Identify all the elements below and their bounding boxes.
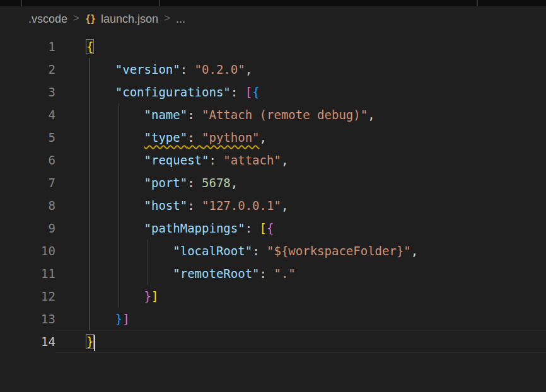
code-token	[86, 289, 144, 303]
code-token: ,	[260, 130, 267, 144]
line-number[interactable]: 8	[0, 194, 55, 217]
code-line-content[interactable]: "host": "127.0.0.1",	[55, 194, 546, 217]
code-token: :	[187, 130, 202, 144]
line-number[interactable]: 14	[0, 330, 55, 353]
code-lines: 1{2 "version": "0.2.0",3 "configurations…	[0, 35, 546, 353]
code-token	[86, 108, 144, 122]
code-line: 10 "localRoot": "${workspaceFolder}",	[0, 239, 546, 262]
code-line-content[interactable]: "remoteRoot": "."	[55, 262, 546, 285]
indent-guide	[89, 103, 90, 126]
code-line-content[interactable]: "pathMappings": [{	[55, 217, 546, 239]
code-line-content[interactable]: "version": "0.2.0",	[55, 58, 546, 81]
code-token: "."	[274, 267, 295, 280]
code-token	[86, 244, 173, 258]
code-line-content[interactable]: }]	[55, 308, 546, 330]
code-token	[86, 130, 144, 144]
code-token: "configurations"	[115, 85, 231, 99]
indent-guide	[89, 194, 90, 217]
indent-guide	[118, 149, 119, 171]
line-number[interactable]: 6	[0, 149, 55, 171]
code-token	[86, 85, 115, 99]
code-line-content[interactable]: "port": 5678,	[55, 171, 546, 194]
code-token: :	[187, 176, 202, 190]
code-token: :	[209, 153, 223, 167]
code-line-content[interactable]: }	[55, 330, 546, 353]
code-token: }	[115, 312, 122, 326]
line-number[interactable]: 9	[0, 217, 55, 239]
code-token: "localRoot"	[173, 244, 252, 258]
code-token: :	[187, 108, 202, 122]
code-editor[interactable]: 1{2 "version": "0.2.0",3 "configurations…	[0, 32, 546, 392]
tab-separator	[477, 0, 478, 6]
code-token: :	[245, 221, 260, 235]
code-line: 5 "type": "python",	[0, 126, 546, 149]
code-token	[86, 153, 144, 167]
indent-guide	[89, 149, 90, 171]
code-token: "name"	[144, 108, 188, 122]
code-token: [	[245, 85, 252, 99]
code-line-content[interactable]: "name": "Attach (remote debug)",	[55, 103, 546, 126]
breadcrumb-item-symbol[interactable]: ...	[176, 13, 185, 26]
indent-guide	[118, 285, 119, 308]
text-cursor	[94, 335, 95, 351]
code-token	[86, 267, 173, 280]
line-number[interactable]: 4	[0, 103, 55, 126]
indent-guide	[118, 171, 119, 194]
code-token: ]	[122, 312, 129, 326]
code-line: 9 "pathMappings": [{	[0, 217, 546, 239]
indent-guide	[89, 239, 90, 262]
code-token: ,	[368, 108, 375, 122]
code-token: }	[144, 289, 151, 303]
code-line-content[interactable]: "type": "python",	[55, 126, 546, 149]
code-line-content[interactable]: "request": "attach",	[55, 149, 546, 171]
code-line: 7 "port": 5678,	[0, 171, 546, 194]
breadcrumb-item-folder[interactable]: .vscode	[28, 13, 67, 26]
line-number[interactable]: 10	[0, 239, 55, 262]
line-number[interactable]: 11	[0, 262, 55, 285]
indent-guide	[147, 239, 148, 262]
code-token: "remoteRoot"	[173, 267, 259, 280]
line-number[interactable]: 7	[0, 171, 55, 194]
indent-guide	[89, 81, 90, 103]
indent-guide	[118, 126, 119, 149]
code-line: 1{	[0, 35, 546, 58]
close-brace: }	[86, 335, 93, 349]
code-token: ]	[151, 289, 158, 303]
tab-separator	[21, 0, 22, 6]
line-number[interactable]: 3	[0, 81, 55, 103]
code-token: "port"	[144, 176, 188, 190]
code-token: ,	[281, 153, 288, 167]
code-token	[86, 62, 115, 76]
indent-guide	[147, 262, 148, 285]
indent-guide	[118, 239, 119, 262]
code-token	[86, 199, 144, 212]
code-line: 6 "request": "attach",	[0, 149, 546, 171]
code-token: :	[231, 85, 245, 99]
code-token: "host"	[144, 199, 188, 212]
line-number[interactable]: 5	[0, 126, 55, 149]
line-number[interactable]: 12	[0, 285, 55, 308]
code-line-content[interactable]: "localRoot": "${workspaceFolder}",	[55, 239, 546, 262]
tab-separator	[159, 0, 160, 6]
indent-guide	[118, 217, 119, 239]
code-token: 5678	[202, 176, 231, 190]
code-line: 8 "host": "127.0.0.1",	[0, 194, 546, 217]
code-token: :	[180, 62, 195, 76]
code-token: :	[252, 244, 267, 258]
code-token: "127.0.0.1"	[202, 199, 281, 212]
tab-bar-strip	[0, 0, 546, 6]
line-number[interactable]: 13	[0, 308, 55, 330]
code-line-content[interactable]: }]	[55, 285, 546, 308]
indent-guide	[89, 58, 90, 81]
breadcrumb-item-file[interactable]: launch.json	[101, 13, 158, 26]
code-token: {	[252, 85, 259, 99]
breadcrumb: .vscode > {} launch.json > ...	[0, 6, 546, 32]
code-token: "Attach (remote debug)"	[202, 108, 368, 122]
line-number[interactable]: 2	[0, 58, 55, 81]
code-line-content[interactable]: "configurations": [{	[55, 81, 546, 103]
code-token: "type"	[144, 130, 188, 144]
code-token: "0.2.0"	[195, 62, 245, 76]
code-line-content[interactable]: {	[55, 35, 546, 58]
line-number[interactable]: 1	[0, 35, 55, 58]
code-token: :	[260, 267, 274, 280]
